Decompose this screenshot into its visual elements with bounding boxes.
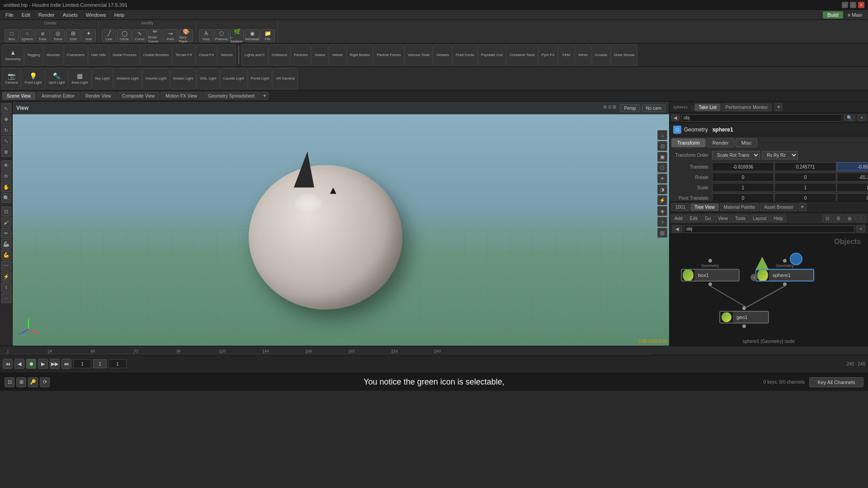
zoom-tool[interactable]: 🔍 <box>1 193 11 203</box>
node-box1[interactable]: Geometry box1 <box>681 259 740 286</box>
scale-z[interactable] <box>837 183 868 192</box>
grains-btn[interactable]: Grains <box>311 44 329 66</box>
platonic-solids-button[interactable]: ⬡Platonic <box>214 29 229 42</box>
node-grid-view[interactable]: ⊞ <box>844 215 854 222</box>
pivot-translate-y[interactable] <box>774 193 836 201</box>
wires-btn[interactable]: Wires <box>575 44 591 66</box>
rotate-x[interactable] <box>712 173 774 182</box>
tl-record-btn[interactable]: ⏺ <box>26 359 36 369</box>
pyro-fx-btn[interactable]: Pyro FX <box>538 44 558 66</box>
tab-render-view[interactable]: Render View <box>80 92 116 100</box>
node-sphere1[interactable]: Geometry sphere1 <box>755 259 814 286</box>
vr-camera-btn[interactable]: VR Camera <box>273 68 298 89</box>
viewport-light-icon[interactable]: ☀ <box>657 174 667 183</box>
transform-tool[interactable]: ✥ <box>1 114 11 124</box>
tab-take-list[interactable]: Take List <box>694 103 720 111</box>
scale-tool[interactable]: ⤡ <box>1 136 11 146</box>
viewport-frame-icon[interactable]: ⊡ <box>657 141 667 151</box>
node-go-btn[interactable]: Go <box>702 215 714 222</box>
node-info-button[interactable]: i <box>750 274 758 281</box>
hair-tool[interactable]: 〰 <box>1 261 11 271</box>
node-path-search[interactable]: + <box>856 225 865 233</box>
ambient-light-btn[interactable]: Ambient Light <box>113 68 142 89</box>
viewport-render-icon[interactable]: ⚡ <box>657 195 667 205</box>
draw-curve-button[interactable]: ✏Draw Curve <box>148 29 162 42</box>
transform-order-select[interactable]: Scale Rot Trans <box>712 151 760 160</box>
view-tool[interactable]: 👁 <box>1 160 11 170</box>
add-panel-tab[interactable]: + <box>774 103 783 111</box>
path-input[interactable] <box>681 114 842 122</box>
null-button[interactable]: ✦Null <box>81 29 96 42</box>
tube-button[interactable]: ⌀Tube <box>35 29 50 42</box>
viscous-tools-btn[interactable]: Viscous Tools <box>405 44 433 66</box>
viewport-wire-icon[interactable]: ⬡ <box>657 163 667 173</box>
scale-x[interactable] <box>712 183 774 192</box>
torus-button[interactable]: ◎Torus <box>51 29 65 42</box>
tl-next-btn[interactable]: ▶▶ <box>50 359 60 369</box>
node-list-view[interactable]: ☰ <box>833 215 844 222</box>
fem-btn[interactable]: FEM <box>558 44 575 66</box>
node-help-btn[interactable]: Help <box>770 215 786 222</box>
path-button[interactable]: ↝Path <box>163 29 178 42</box>
oceans-btn[interactable]: Oceans <box>433 44 452 66</box>
tab-performance-monitor[interactable]: Performance Monitor <box>722 103 772 111</box>
paint-tool[interactable]: 🖌 <box>1 217 11 227</box>
geometry-btn[interactable]: ▲Geometry <box>2 44 24 66</box>
status-mode-btn[interactable]: ⊞ <box>16 377 26 387</box>
tl-start-frame[interactable] <box>73 359 91 368</box>
node-add-btn[interactable]: Add <box>671 215 686 222</box>
curve-button[interactable]: ∿Curve <box>132 29 147 42</box>
hair-utils-btn[interactable]: Hair Utils <box>88 44 109 66</box>
maximize-button[interactable]: □ <box>850 2 856 8</box>
node-more[interactable]: ⋮ <box>855 215 866 222</box>
fluid-conta-btn[interactable]: Fluid Conta <box>453 44 477 66</box>
path-search[interactable]: 🔍 <box>844 114 855 121</box>
lights-camera-btn[interactable]: Lights and C <box>241 44 268 66</box>
cookie-brushes-btn[interactable]: Cookie Brushes <box>140 44 172 66</box>
container-tools-btn[interactable]: Container Tools <box>506 44 538 66</box>
camera-btn[interactable]: 📷Camera <box>2 68 21 89</box>
pose-tool[interactable]: 🦾 <box>1 239 11 249</box>
collisions-btn[interactable]: Collisions <box>269 44 290 66</box>
font-button[interactable]: AFont <box>199 29 213 42</box>
pivot-translate-z[interactable] <box>837 193 868 201</box>
menu-help[interactable]: Help <box>110 11 128 19</box>
box-button[interactable]: □Box <box>5 29 19 42</box>
particle-forces-btn[interactable]: Particle Forces <box>373 44 404 66</box>
rigid-bodies-btn[interactable]: Rigid Bodies <box>347 44 373 66</box>
pan-tool[interactable]: ✋ <box>1 182 11 192</box>
ogl-light-btn[interactable]: OGL Light <box>197 68 219 89</box>
populate-con-btn[interactable]: Populate Con <box>478 44 506 66</box>
translate-y[interactable] <box>774 162 836 171</box>
close-button[interactable]: ✕ <box>858 2 864 8</box>
particles-btn[interactable]: Particles <box>291 44 311 66</box>
node-edit-btn[interactable]: Edit <box>687 215 701 222</box>
tumble-tool[interactable]: ⟳ <box>1 171 11 181</box>
point-light-btn[interactable]: 💡Point Light <box>21 68 45 89</box>
terrain-fx-btn[interactable]: Terrain FX <box>172 44 195 66</box>
tab-render[interactable]: Render <box>707 138 735 147</box>
portal-light-btn[interactable]: Portal Light <box>248 68 272 89</box>
volume-light-btn[interactable]: Volume Light <box>142 68 170 89</box>
translate-z[interactable] <box>837 162 868 171</box>
snap-tool[interactable]: ⊡ <box>1 206 11 216</box>
tl-fps[interactable] <box>108 359 127 368</box>
vellum-btn[interactable]: Vellum <box>329 44 346 66</box>
caustic-light-btn[interactable]: Caustic Light <box>220 68 247 89</box>
crowds-btn[interactable]: Crowds <box>592 44 610 66</box>
tab-animation-editor[interactable]: Animation Editor <box>37 92 80 100</box>
muscles-btn[interactable]: Muscles <box>43 44 63 66</box>
l-system-button[interactable]: 🌿L-System <box>230 29 244 42</box>
node-filter[interactable]: ⊡ <box>822 215 832 222</box>
sky-light-btn[interactable]: Sky Light <box>92 68 113 89</box>
grid-button[interactable]: ⊞Grid <box>66 29 80 42</box>
wire-tool[interactable]: ⌇ <box>1 282 11 292</box>
line-button[interactable]: ╱Line <box>102 29 116 42</box>
main-workspace[interactable]: ≡ Main <box>844 11 866 19</box>
spry-paint-button[interactable]: 🎨Spry Paint <box>179 29 193 42</box>
viewport-solid-icon[interactable]: ▣ <box>657 152 667 162</box>
muscle-tool[interactable]: 💪 <box>1 250 11 260</box>
dynamics-tool[interactable]: ⚡ <box>1 272 11 282</box>
scale-y[interactable] <box>774 183 836 192</box>
pivot-translate-x[interactable] <box>712 193 774 201</box>
